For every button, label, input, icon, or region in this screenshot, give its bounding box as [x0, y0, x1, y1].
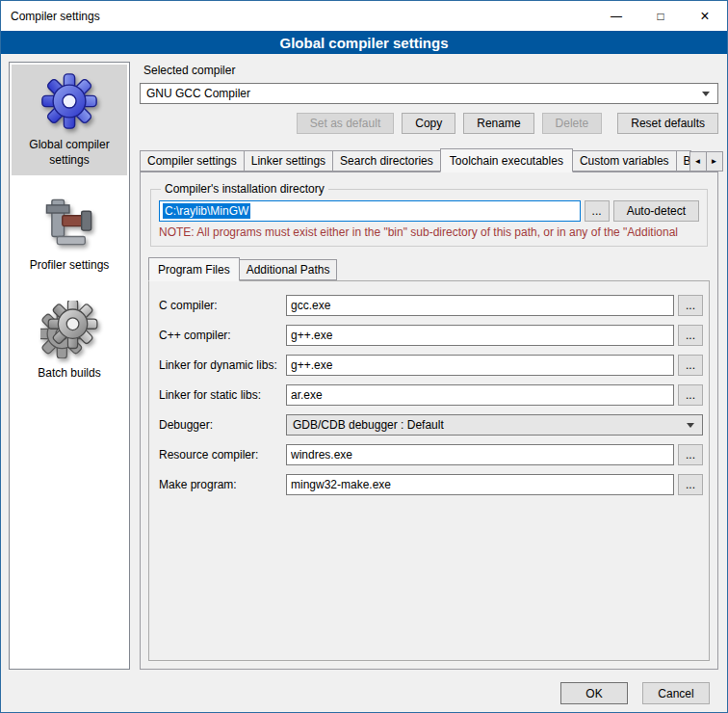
program-files-panel: C compiler: ... C++ compiler: ... Linker… — [148, 280, 710, 661]
tab-linker-settings[interactable]: Linker settings — [244, 150, 333, 172]
dynamic-linker-label: Linker for dynamic libs: — [159, 358, 286, 372]
debugger-label: Debugger: — [159, 418, 286, 432]
cpp-compiler-row: C++ compiler: ... — [159, 325, 703, 346]
tab-toolchain-executables[interactable]: Toolchain executables — [440, 148, 573, 172]
make-program-row: Make program: ... — [159, 474, 703, 495]
sidebar-item-global-compiler-settings[interactable]: Global compiler settings — [12, 65, 127, 175]
compiler-actions: Set as default Copy Rename Delete Reset … — [140, 113, 718, 134]
installation-directory-groupbox: Compiler's installation directory C:\ray… — [150, 182, 708, 247]
dynamic-linker-input[interactable] — [286, 355, 674, 376]
scroll-left-icon: ◄ — [694, 157, 702, 166]
main-panel: Selected compiler GNU GCC Compiler Set a… — [140, 62, 718, 670]
dropdown-arrow-icon — [687, 423, 694, 428]
tab-scroll-left-button[interactable]: ◄ — [689, 151, 707, 172]
settings-tabstrip: Compiler settings Linker settings Search… — [140, 147, 718, 172]
resource-compiler-browse-button[interactable]: ... — [678, 444, 703, 465]
sidebar-item-profiler-settings[interactable]: Profiler settings — [12, 187, 127, 281]
tab-compiler-settings[interactable]: Compiler settings — [140, 150, 245, 172]
toolchain-executables-panel: Compiler's installation directory C:\ray… — [140, 172, 718, 670]
dialog-banner: Global compiler settings — [1, 31, 727, 54]
make-program-browse-button[interactable]: ... — [678, 474, 703, 495]
selected-compiler-label: Selected compiler — [143, 64, 718, 77]
program-files-tabstrip: Program Files Additional Paths — [148, 256, 710, 280]
subtab-program-files[interactable]: Program Files — [148, 257, 240, 281]
dialog-content: Global compiler settings Profiler settin… — [1, 54, 727, 675]
debugger-select-value: GDB/CDB debugger : Default — [293, 418, 444, 432]
dialog-footer: OK Cancel — [1, 675, 727, 712]
minimize-button[interactable]: — — [594, 1, 638, 31]
scroll-right-icon: ► — [711, 157, 718, 166]
c-compiler-label: C compiler: — [159, 299, 286, 312]
compiler-settings-window: Compiler settings — □ × Global compiler … — [0, 0, 728, 713]
resource-compiler-label: Resource compiler: — [159, 448, 286, 462]
dynamic-linker-row: Linker for dynamic libs: ... — [159, 355, 703, 376]
make-program-input[interactable] — [286, 474, 674, 495]
static-linker-browse-button[interactable]: ... — [678, 384, 703, 406]
maximize-button[interactable]: □ — [638, 1, 683, 31]
tab-custom-variables[interactable]: Custom variables — [572, 150, 677, 172]
sidebar-item-label: Batch builds — [13, 366, 125, 382]
installation-directory-row: C:\raylib\MinGW ... Auto-detect — [159, 200, 699, 222]
window-title: Compiler settings — [1, 1, 594, 31]
gear-icon — [40, 72, 98, 130]
tab-scroll-right-button[interactable]: ► — [706, 151, 723, 172]
maximize-icon: □ — [657, 11, 663, 22]
category-list: Global compiler settings Profiler settin… — [9, 62, 130, 670]
sidebar-item-label: Global compiler settings — [13, 138, 125, 168]
sidebar-item-batch-builds[interactable]: Batch builds — [12, 293, 127, 389]
make-program-label: Make program: — [159, 478, 286, 491]
debugger-row: Debugger: GDB/CDB debugger : Default — [159, 414, 703, 436]
cpp-compiler-label: C++ compiler: — [159, 329, 286, 342]
minimize-icon: — — [611, 11, 622, 22]
cpp-compiler-input[interactable] — [286, 325, 674, 346]
compiler-combobox[interactable]: GNU GCC Compiler — [140, 83, 718, 104]
tab-search-directories[interactable]: Search directories — [332, 150, 441, 172]
dropdown-arrow-icon — [702, 92, 710, 96]
tab-scroll-buttons: ◄ ► — [690, 151, 723, 172]
resource-compiler-input[interactable] — [286, 444, 674, 465]
close-button[interactable]: × — [683, 1, 727, 31]
install-dir-input[interactable]: C:\raylib\MinGW — [159, 200, 581, 222]
dynamic-linker-browse-button[interactable]: ... — [678, 355, 703, 376]
install-dir-browse-button[interactable]: ... — [585, 200, 610, 222]
c-compiler-browse-button[interactable]: ... — [678, 295, 703, 316]
install-dir-selected-text: C:\raylib\MinGW — [163, 203, 250, 219]
note-text: NOTE: All programs must exist either in … — [159, 225, 699, 239]
compiler-combobox-value: GNU GCC Compiler — [146, 87, 250, 100]
installation-directory-label: Compiler's installation directory — [161, 182, 328, 196]
profiler-icon — [41, 195, 97, 251]
c-compiler-row: C compiler: ... — [159, 295, 703, 316]
batch-builds-icon — [40, 301, 98, 358]
static-linker-row: Linker for static libs: ... — [159, 384, 703, 406]
auto-detect-button[interactable]: Auto-detect — [613, 200, 699, 222]
reset-defaults-button[interactable]: Reset defaults — [617, 113, 718, 134]
close-icon: × — [700, 9, 709, 24]
copy-button[interactable]: Copy — [402, 113, 455, 134]
c-compiler-input[interactable] — [286, 295, 674, 316]
ok-button[interactable]: OK — [560, 682, 628, 704]
subtab-additional-paths[interactable]: Additional Paths — [239, 259, 338, 280]
titlebar: Compiler settings — □ × — [1, 1, 727, 31]
static-linker-label: Linker for static libs: — [159, 388, 286, 402]
static-linker-input[interactable] — [286, 384, 674, 406]
set-as-default-button: Set as default — [297, 113, 394, 134]
delete-button: Delete — [542, 113, 603, 134]
sidebar-item-label: Profiler settings — [13, 258, 125, 274]
cpp-compiler-browse-button[interactable]: ... — [678, 325, 703, 346]
rename-button[interactable]: Rename — [463, 113, 533, 134]
resource-compiler-row: Resource compiler: ... — [159, 444, 703, 465]
debugger-select[interactable]: GDB/CDB debugger : Default — [286, 414, 703, 436]
cancel-button[interactable]: Cancel — [642, 682, 710, 704]
